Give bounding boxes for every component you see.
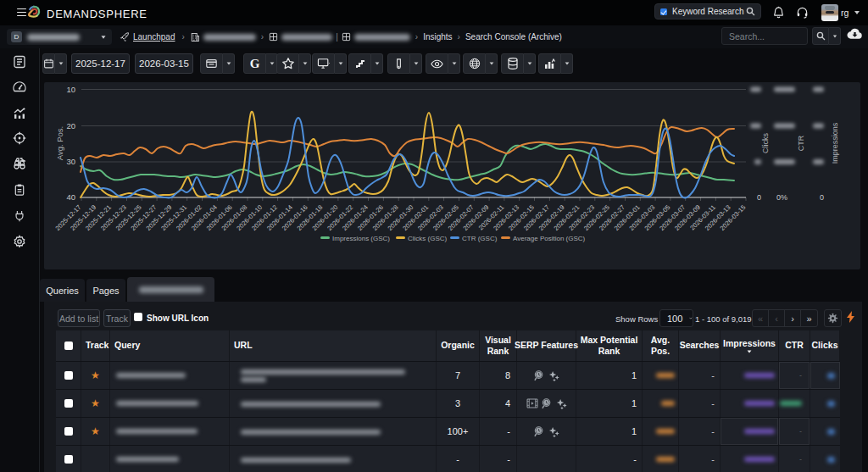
svg-text:Impressions: Impressions	[831, 122, 839, 164]
svg-text:CTR: CTR	[797, 135, 805, 151]
svg-text:10: 10	[66, 85, 75, 94]
svg-text:20: 20	[66, 121, 75, 130]
svg-text:Clicks: Clicks	[761, 133, 770, 153]
svg-text:30: 30	[66, 157, 75, 166]
svg-text:CTR (GSC): CTR (GSC)	[462, 235, 498, 242]
svg-text:0: 0	[820, 193, 824, 202]
svg-text:40: 40	[66, 192, 75, 202]
svg-text:0: 0	[757, 193, 761, 202]
svg-text:Average Position (GSC): Average Position (GSC)	[513, 235, 586, 242]
svg-text:Impressions (GSC): Impressions (GSC)	[332, 235, 390, 242]
svg-text:0%: 0%	[776, 193, 787, 202]
svg-text:Avg. Pos.: Avg. Pos.	[55, 126, 64, 161]
svg-text:Clicks (GSC): Clicks (GSC)	[408, 235, 448, 242]
